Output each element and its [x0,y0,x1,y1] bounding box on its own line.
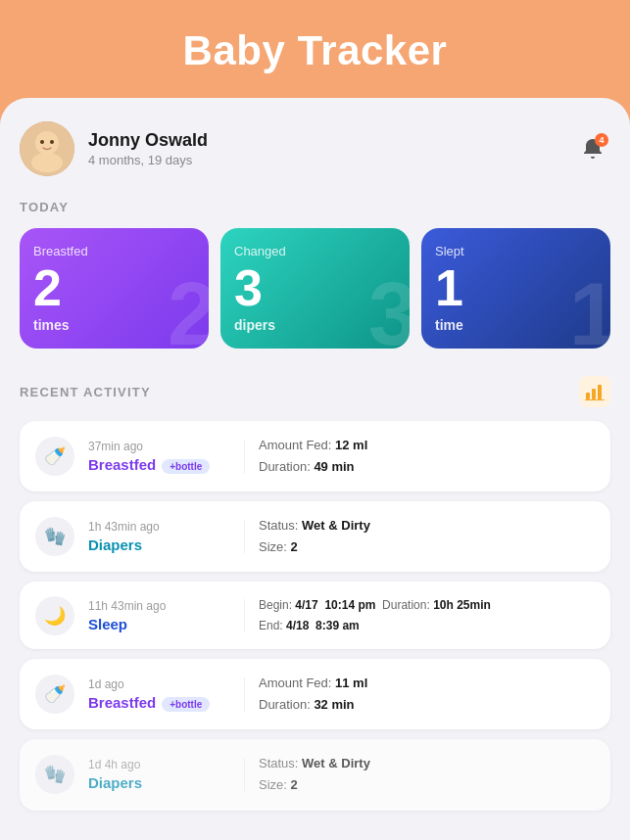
activity-icon-breastfed-0: 🍼 [35,437,74,476]
activity-item-4[interactable]: 🧤 1d 4h ago Diapers Status: Wet & Dirty … [20,739,610,810]
stat-card-sleep[interactable]: Slept 1 time 1 [421,228,610,349]
activity-type-1: Diapers [88,537,230,553]
activity-left-2: 11h 43min ago Sleep [88,599,245,632]
svg-point-3 [40,140,44,144]
activity-time-2: 11h 43min ago [88,599,230,613]
stat-unit-diapers: dipers [234,317,396,333]
activity-time-3: 1d ago [88,677,230,691]
profile-name: Jonny Oswald [88,130,208,151]
svg-rect-5 [586,393,590,399]
notification-bell-button[interactable]: 4 [575,131,610,166]
stat-number-diapers: 3 [234,262,396,313]
svg-point-4 [50,140,54,144]
avatar-illustration [20,121,74,176]
stat-unit-sleep: time [435,317,597,333]
activity-detail-0: Amount Fed: 12 ml Duration: 49 min [259,435,595,478]
app-header: Baby Tracker [0,0,630,98]
stat-label-sleep: Slept [435,244,597,258]
svg-rect-8 [585,399,605,400]
profile-age: 4 months, 19 days [88,153,208,167]
stat-number-sleep: 1 [435,262,597,313]
recent-header: RECENT ACTIVITY [20,376,610,407]
activity-detail-3: Amount Fed: 11 ml Duration: 32 min [259,673,595,716]
bar-chart-icon [585,383,605,400]
stat-card-breastfed[interactable]: Breastfed 2 times 2 [20,228,209,349]
stat-number-breastfed: 2 [33,262,195,313]
activity-item-2[interactable]: 🌙 11h 43min ago Sleep Begin: 4/17 10:14 … [20,582,610,649]
svg-rect-7 [598,385,602,399]
profile-left: Jonny Oswald 4 months, 19 days [20,121,208,176]
activity-icon-sleep-2: 🌙 [35,596,74,635]
today-section-label: TODAY [20,200,610,214]
svg-rect-6 [592,389,596,399]
activity-time-4: 1d 4h ago [88,758,230,771]
activity-icon-diapers-1: 🧤 [35,517,74,556]
avatar [20,121,74,176]
activity-tag-0: +bottle [162,459,210,474]
svg-point-2 [31,153,63,172]
stat-label-breastfed: Breastfed [33,244,195,258]
activity-detail-1: Status: Wet & Dirty Size: 2 [259,515,595,558]
app-title: Baby Tracker [20,27,610,74]
activity-item-3[interactable]: 🍼 1d ago Breastfed+bottle Amount Fed: 11… [20,659,610,729]
profile-row: Jonny Oswald 4 months, 19 days 4 [20,121,610,176]
activity-list: 🍼 37min ago Breastfed+bottle Amount Fed:… [20,421,610,811]
activity-type-4: Diapers [88,774,230,791]
stat-label-diapers: Changed [234,244,396,258]
activity-left-4: 1d 4h ago Diapers [88,758,245,791]
activity-type-2: Sleep [88,616,230,632]
chart-button[interactable] [579,376,610,407]
activity-type-3: Breastfed+bottle [88,694,230,712]
stat-card-diapers[interactable]: Changed 3 dipers 3 [220,228,410,349]
activity-icon-diapers-4: 🧤 [35,755,74,794]
activity-detail-4: Status: Wet & Dirty Size: 2 [259,753,595,796]
activity-item-0[interactable]: 🍼 37min ago Breastfed+bottle Amount Fed:… [20,421,610,491]
notification-badge: 4 [595,133,608,147]
activity-tag-3: +bottle [162,697,210,712]
activity-time-0: 37min ago [88,440,230,453]
activity-type-0: Breastfed+bottle [88,456,230,474]
recent-section-label: RECENT ACTIVITY [20,385,151,399]
activity-icon-breastfed-3: 🍼 [35,675,74,714]
activity-detail-2: Begin: 4/17 10:14 pm Duration: 10h 25min… [259,595,595,635]
activity-left-1: 1h 43min ago Diapers [88,520,245,553]
activity-time-1: 1h 43min ago [88,520,230,534]
main-card: Jonny Oswald 4 months, 19 days 4 TODAY B… [0,98,630,840]
stats-row: Breastfed 2 times 2 Changed 3 dipers 3 S… [20,228,610,349]
activity-left-3: 1d ago Breastfed+bottle [88,677,245,712]
activity-item-1[interactable]: 🧤 1h 43min ago Diapers Status: Wet & Dir… [20,501,610,572]
profile-info: Jonny Oswald 4 months, 19 days [88,130,208,167]
activity-left-0: 37min ago Breastfed+bottle [88,440,245,474]
stat-unit-breastfed: times [33,317,195,333]
svg-point-1 [35,131,59,155]
